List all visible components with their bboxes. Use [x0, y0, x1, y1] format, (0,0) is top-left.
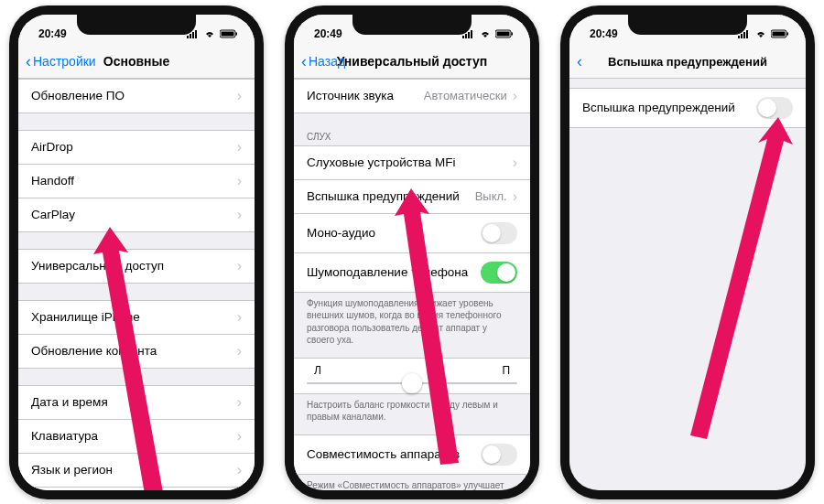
- back-button[interactable]: ‹: [577, 53, 582, 70]
- footer-balance: Настроить баланс громкости между левым и…: [294, 394, 530, 424]
- row-hearing-aid-compat[interactable]: Совместимость аппаратов: [294, 434, 530, 475]
- chevron-right-icon: ›: [237, 258, 242, 274]
- row-date-time[interactable]: Дата и время›: [18, 385, 255, 419]
- row-mono-audio[interactable]: Моно-аудио: [294, 213, 530, 252]
- svg-rect-13: [497, 31, 510, 36]
- status-time: 20:49: [314, 27, 342, 40]
- chevron-right-icon: ›: [237, 207, 242, 223]
- phone-general-settings: 20:49 ‹ Настройки Основные Обновление ПО…: [9, 5, 264, 499]
- back-label: Настройки: [33, 54, 96, 69]
- chevron-left-icon: ‹: [577, 53, 582, 70]
- toggle-led-flash[interactable]: [756, 97, 793, 119]
- svg-rect-6: [236, 32, 238, 35]
- footer-noise-cancel: Функция шумоподавления снижает уровень в…: [294, 293, 530, 347]
- svg-rect-19: [746, 30, 748, 38]
- battery-icon: [495, 29, 514, 38]
- row-label: Вспышка предупреждений: [582, 101, 735, 114]
- balance-left-label: Л: [314, 364, 321, 377]
- row-label: Моно-аудио: [307, 226, 375, 240]
- row-label: Совместимость аппаратов: [307, 447, 460, 461]
- chevron-right-icon: ›: [513, 188, 517, 205]
- page-title: Универсальный доступ: [337, 54, 488, 69]
- nav-bar: ‹ Настройки Основные: [18, 46, 255, 79]
- row-accessibility[interactable]: Универсальный доступ›: [18, 249, 255, 284]
- row-software-update[interactable]: Обновление ПО ›: [18, 79, 255, 113]
- annotation-arrow: [670, 117, 798, 446]
- chevron-right-icon: ›: [513, 88, 517, 104]
- back-button[interactable]: ‹ Назад: [301, 53, 345, 70]
- row-label: Хранилище iPhone: [31, 310, 140, 324]
- nav-bar: ‹ Назад Универсальный доступ: [294, 46, 530, 79]
- row-label: CarPlay: [31, 208, 75, 221]
- row-mfi-hearing-devices[interactable]: Слуховые устройства MFi›: [294, 145, 530, 179]
- svg-rect-9: [465, 34, 467, 38]
- row-keyboard[interactable]: Клавиатура›: [18, 419, 255, 453]
- row-handoff[interactable]: Handoff›: [18, 164, 255, 198]
- row-label: Handoff: [31, 174, 74, 188]
- svg-rect-22: [787, 32, 789, 35]
- chevron-right-icon: ›: [237, 88, 242, 104]
- row-airdrop[interactable]: AirDrop›: [18, 130, 255, 164]
- toggle-hearing-aid-compat[interactable]: [481, 444, 517, 466]
- footer-compat: Режим «Совместимость аппаратов» улучшает…: [294, 475, 530, 490]
- row-label: Универсальный доступ: [31, 259, 164, 273]
- notch: [77, 15, 196, 35]
- row-label: Язык и регион: [31, 463, 113, 477]
- row-label: AirDrop: [31, 140, 73, 154]
- content[interactable]: Обновление ПО › AirDrop› Handoff› CarPla…: [18, 79, 255, 490]
- battery-icon: [220, 29, 238, 38]
- row-iphone-storage[interactable]: Хранилище iPhone›: [18, 300, 255, 334]
- wifi-icon: [479, 29, 492, 38]
- row-label: Дата и время: [31, 395, 108, 409]
- chevron-right-icon: ›: [237, 462, 242, 478]
- nav-bar: ‹ Вспышка предупреждений: [569, 46, 806, 79]
- chevron-right-icon: ›: [237, 139, 242, 155]
- page-title: Основные: [103, 54, 170, 69]
- balance-slider[interactable]: [307, 382, 517, 384]
- row-dictionary[interactable]: Словарь›: [18, 487, 255, 490]
- content[interactable]: Вспышка предупреждений: [569, 79, 806, 490]
- svg-rect-11: [471, 30, 472, 38]
- row-background-refresh[interactable]: Обновление контента›: [18, 334, 255, 369]
- svg-rect-1: [190, 34, 191, 38]
- content[interactable]: Источник звука Автоматически› СЛУХ Слухо…: [294, 79, 530, 490]
- slider-thumb[interactable]: [402, 373, 422, 393]
- svg-rect-17: [741, 34, 743, 38]
- status-icons: [462, 29, 514, 38]
- svg-rect-8: [462, 36, 464, 38]
- toggle-mono-audio[interactable]: [481, 222, 517, 244]
- row-led-flash-toggle[interactable]: Вспышка предупреждений: [569, 88, 806, 128]
- status-time: 20:49: [590, 27, 618, 40]
- status-time: 20:49: [38, 27, 67, 40]
- svg-rect-16: [738, 36, 740, 38]
- status-icons: [738, 29, 789, 38]
- row-label: Слуховые устройства MFi: [307, 155, 455, 169]
- chevron-right-icon: ›: [237, 428, 242, 445]
- row-label: Вспышка предупреждений: [307, 189, 460, 203]
- row-label: Клавиатура: [31, 429, 98, 443]
- svg-rect-14: [512, 32, 514, 35]
- chevron-right-icon: ›: [237, 394, 242, 411]
- chevron-right-icon: ›: [237, 173, 242, 189]
- row-detail: Автоматически›: [424, 88, 517, 104]
- row-phone-noise-cancel[interactable]: Шумоподавление телефона: [294, 252, 530, 293]
- notch: [628, 15, 747, 35]
- svg-rect-21: [773, 31, 786, 36]
- phone-accessibility: 20:49 ‹ Назад Универсальный доступ Источ…: [285, 5, 539, 499]
- svg-rect-3: [195, 30, 197, 38]
- back-button[interactable]: ‹ Настройки: [26, 53, 96, 70]
- chevron-left-icon: ‹: [301, 53, 307, 70]
- row-led-flash-alerts[interactable]: Вспышка предупрежденийВыкл.›: [294, 179, 530, 213]
- section-header-hearing: СЛУХ: [294, 128, 530, 145]
- row-carplay[interactable]: CarPlay›: [18, 198, 255, 232]
- back-label: Назад: [309, 54, 345, 69]
- notch: [352, 15, 472, 35]
- chevron-right-icon: ›: [513, 155, 517, 171]
- toggle-noise-cancel[interactable]: [481, 262, 517, 284]
- balance-right-label: П: [502, 364, 510, 377]
- row-language-region[interactable]: Язык и регион›: [18, 453, 255, 487]
- row-label: Обновление ПО: [31, 89, 125, 102]
- phone-led-flash-alerts: 20:49 ‹ Вспышка предупреждений Вспышка п…: [560, 5, 815, 499]
- row-audio-source[interactable]: Источник звука Автоматически›: [294, 79, 530, 113]
- svg-rect-10: [468, 32, 470, 38]
